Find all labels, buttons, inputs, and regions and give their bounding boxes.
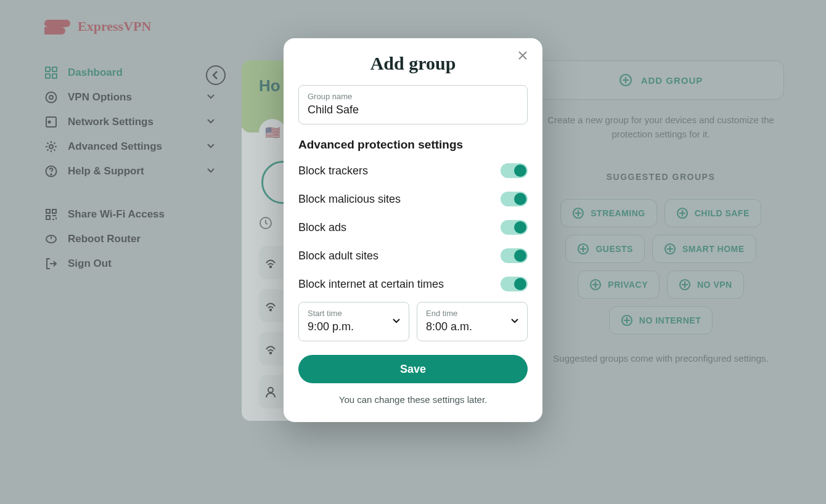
- toggle-label: Block internet at certain times: [298, 278, 444, 291]
- toggle-label: Block adult sites: [298, 250, 378, 262]
- chevron-down-icon: [391, 315, 401, 328]
- add-group-modal: Add group Group name Child Safe Advanced…: [284, 38, 542, 422]
- group-name-field[interactable]: Group name Child Safe: [298, 85, 528, 124]
- end-time-value: 8:00 a.m.: [426, 320, 518, 333]
- group-name-label: Group name: [308, 92, 518, 101]
- toggle-label: Block trackers: [298, 165, 368, 177]
- toggle-switch[interactable]: [501, 248, 528, 263]
- toggle-switch[interactable]: [501, 220, 528, 235]
- save-button[interactable]: Save: [298, 355, 528, 383]
- end-time-label: End time: [426, 309, 518, 318]
- start-time-value: 9:00 p.m.: [308, 320, 400, 333]
- toggle-switch[interactable]: [501, 277, 528, 291]
- end-time-select[interactable]: End time 8:00 a.m.: [417, 302, 528, 341]
- toggle-row: Block malicious sites: [298, 185, 528, 213]
- toggle-switch[interactable]: [501, 192, 528, 206]
- chevron-down-icon: [510, 315, 520, 328]
- group-name-value: Child Safe: [308, 104, 518, 116]
- toggle-switch[interactable]: [501, 163, 528, 178]
- close-button[interactable]: [514, 48, 531, 65]
- advanced-settings-title: Advanced protection settings: [298, 138, 528, 152]
- start-time-select[interactable]: Start time 9:00 p.m.: [298, 302, 409, 341]
- modal-title: Add group: [298, 53, 528, 74]
- toggle-row: Block adult sites: [298, 242, 528, 270]
- toggle-label: Block malicious sites: [298, 193, 401, 206]
- toggle-label: Block ads: [298, 221, 346, 234]
- toggle-row: Block ads: [298, 213, 528, 242]
- save-label: Save: [400, 363, 426, 375]
- modal-footer: You can change these settings later.: [298, 394, 528, 405]
- toggle-row: Block internet at certain times: [298, 270, 528, 298]
- start-time-label: Start time: [308, 309, 400, 318]
- toggle-row: Block trackers: [298, 156, 528, 185]
